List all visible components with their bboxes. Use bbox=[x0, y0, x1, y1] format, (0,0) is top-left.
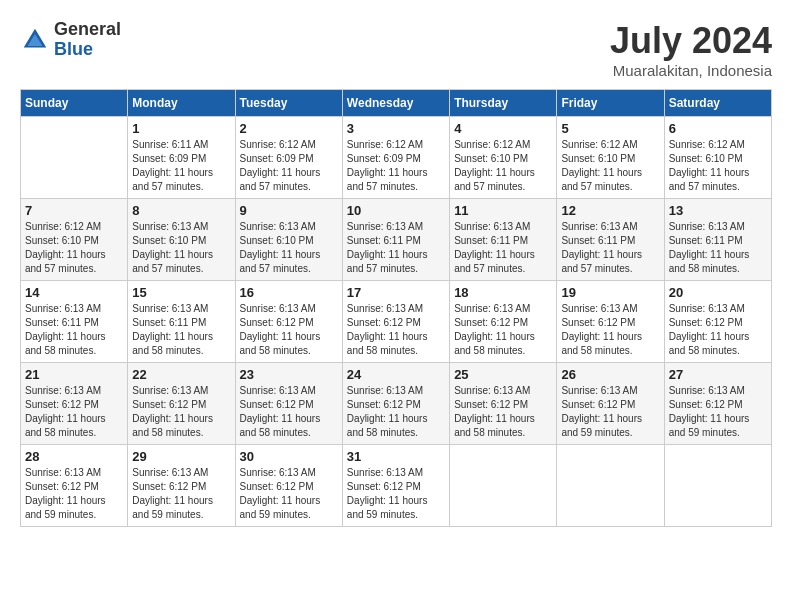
calendar-cell: 19Sunrise: 6:13 AM Sunset: 6:12 PM Dayli… bbox=[557, 281, 664, 363]
day-number: 5 bbox=[561, 121, 659, 136]
calendar-week-0: 1Sunrise: 6:11 AM Sunset: 6:09 PM Daylig… bbox=[21, 117, 772, 199]
calendar-cell: 17Sunrise: 6:13 AM Sunset: 6:12 PM Dayli… bbox=[342, 281, 449, 363]
calendar-cell: 4Sunrise: 6:12 AM Sunset: 6:10 PM Daylig… bbox=[450, 117, 557, 199]
logo-icon bbox=[20, 25, 50, 55]
day-number: 2 bbox=[240, 121, 338, 136]
day-number: 1 bbox=[132, 121, 230, 136]
location-subtitle: Muaralakitan, Indonesia bbox=[610, 62, 772, 79]
day-info: Sunrise: 6:13 AM Sunset: 6:12 PM Dayligh… bbox=[132, 466, 230, 522]
day-number: 22 bbox=[132, 367, 230, 382]
calendar-week-1: 7Sunrise: 6:12 AM Sunset: 6:10 PM Daylig… bbox=[21, 199, 772, 281]
day-header-tuesday: Tuesday bbox=[235, 90, 342, 117]
day-info: Sunrise: 6:11 AM Sunset: 6:09 PM Dayligh… bbox=[132, 138, 230, 194]
day-info: Sunrise: 6:13 AM Sunset: 6:12 PM Dayligh… bbox=[240, 466, 338, 522]
day-info: Sunrise: 6:12 AM Sunset: 6:10 PM Dayligh… bbox=[25, 220, 123, 276]
day-header-thursday: Thursday bbox=[450, 90, 557, 117]
day-number: 17 bbox=[347, 285, 445, 300]
month-year-title: July 2024 bbox=[610, 20, 772, 62]
calendar-cell: 28Sunrise: 6:13 AM Sunset: 6:12 PM Dayli… bbox=[21, 445, 128, 527]
day-number: 24 bbox=[347, 367, 445, 382]
day-number: 11 bbox=[454, 203, 552, 218]
calendar-cell: 9Sunrise: 6:13 AM Sunset: 6:10 PM Daylig… bbox=[235, 199, 342, 281]
day-number: 29 bbox=[132, 449, 230, 464]
calendar-week-3: 21Sunrise: 6:13 AM Sunset: 6:12 PM Dayli… bbox=[21, 363, 772, 445]
calendar-cell: 15Sunrise: 6:13 AM Sunset: 6:11 PM Dayli… bbox=[128, 281, 235, 363]
calendar-cell: 11Sunrise: 6:13 AM Sunset: 6:11 PM Dayli… bbox=[450, 199, 557, 281]
header-row: SundayMondayTuesdayWednesdayThursdayFrid… bbox=[21, 90, 772, 117]
day-info: Sunrise: 6:13 AM Sunset: 6:12 PM Dayligh… bbox=[347, 384, 445, 440]
logo-general-text: General bbox=[54, 20, 121, 40]
calendar-cell: 3Sunrise: 6:12 AM Sunset: 6:09 PM Daylig… bbox=[342, 117, 449, 199]
calendar-cell: 22Sunrise: 6:13 AM Sunset: 6:12 PM Dayli… bbox=[128, 363, 235, 445]
day-info: Sunrise: 6:13 AM Sunset: 6:12 PM Dayligh… bbox=[561, 384, 659, 440]
day-info: Sunrise: 6:12 AM Sunset: 6:10 PM Dayligh… bbox=[561, 138, 659, 194]
calendar-cell: 6Sunrise: 6:12 AM Sunset: 6:10 PM Daylig… bbox=[664, 117, 771, 199]
day-info: Sunrise: 6:13 AM Sunset: 6:12 PM Dayligh… bbox=[454, 302, 552, 358]
day-info: Sunrise: 6:13 AM Sunset: 6:11 PM Dayligh… bbox=[25, 302, 123, 358]
calendar-cell: 2Sunrise: 6:12 AM Sunset: 6:09 PM Daylig… bbox=[235, 117, 342, 199]
day-number: 13 bbox=[669, 203, 767, 218]
day-number: 28 bbox=[25, 449, 123, 464]
day-number: 9 bbox=[240, 203, 338, 218]
day-info: Sunrise: 6:13 AM Sunset: 6:12 PM Dayligh… bbox=[240, 302, 338, 358]
calendar-cell: 16Sunrise: 6:13 AM Sunset: 6:12 PM Dayli… bbox=[235, 281, 342, 363]
day-info: Sunrise: 6:12 AM Sunset: 6:10 PM Dayligh… bbox=[454, 138, 552, 194]
day-info: Sunrise: 6:13 AM Sunset: 6:11 PM Dayligh… bbox=[132, 302, 230, 358]
calendar-cell: 13Sunrise: 6:13 AM Sunset: 6:11 PM Dayli… bbox=[664, 199, 771, 281]
day-info: Sunrise: 6:12 AM Sunset: 6:09 PM Dayligh… bbox=[240, 138, 338, 194]
day-header-sunday: Sunday bbox=[21, 90, 128, 117]
calendar-cell: 25Sunrise: 6:13 AM Sunset: 6:12 PM Dayli… bbox=[450, 363, 557, 445]
day-info: Sunrise: 6:12 AM Sunset: 6:09 PM Dayligh… bbox=[347, 138, 445, 194]
calendar-table: SundayMondayTuesdayWednesdayThursdayFrid… bbox=[20, 89, 772, 527]
day-header-friday: Friday bbox=[557, 90, 664, 117]
calendar-cell: 26Sunrise: 6:13 AM Sunset: 6:12 PM Dayli… bbox=[557, 363, 664, 445]
calendar-cell: 29Sunrise: 6:13 AM Sunset: 6:12 PM Dayli… bbox=[128, 445, 235, 527]
day-info: Sunrise: 6:13 AM Sunset: 6:12 PM Dayligh… bbox=[454, 384, 552, 440]
day-number: 23 bbox=[240, 367, 338, 382]
calendar-cell: 31Sunrise: 6:13 AM Sunset: 6:12 PM Dayli… bbox=[342, 445, 449, 527]
day-info: Sunrise: 6:13 AM Sunset: 6:12 PM Dayligh… bbox=[561, 302, 659, 358]
day-number: 16 bbox=[240, 285, 338, 300]
day-number: 10 bbox=[347, 203, 445, 218]
day-info: Sunrise: 6:13 AM Sunset: 6:11 PM Dayligh… bbox=[347, 220, 445, 276]
day-number: 30 bbox=[240, 449, 338, 464]
calendar-cell: 18Sunrise: 6:13 AM Sunset: 6:12 PM Dayli… bbox=[450, 281, 557, 363]
calendar-week-2: 14Sunrise: 6:13 AM Sunset: 6:11 PM Dayli… bbox=[21, 281, 772, 363]
day-header-monday: Monday bbox=[128, 90, 235, 117]
day-number: 8 bbox=[132, 203, 230, 218]
day-info: Sunrise: 6:13 AM Sunset: 6:10 PM Dayligh… bbox=[240, 220, 338, 276]
logo-blue-text: Blue bbox=[54, 40, 121, 60]
day-info: Sunrise: 6:13 AM Sunset: 6:12 PM Dayligh… bbox=[347, 466, 445, 522]
day-number: 19 bbox=[561, 285, 659, 300]
calendar-header: SundayMondayTuesdayWednesdayThursdayFrid… bbox=[21, 90, 772, 117]
day-number: 12 bbox=[561, 203, 659, 218]
day-number: 14 bbox=[25, 285, 123, 300]
day-number: 6 bbox=[669, 121, 767, 136]
day-number: 15 bbox=[132, 285, 230, 300]
day-info: Sunrise: 6:13 AM Sunset: 6:12 PM Dayligh… bbox=[240, 384, 338, 440]
calendar-cell: 20Sunrise: 6:13 AM Sunset: 6:12 PM Dayli… bbox=[664, 281, 771, 363]
day-info: Sunrise: 6:13 AM Sunset: 6:12 PM Dayligh… bbox=[132, 384, 230, 440]
day-number: 25 bbox=[454, 367, 552, 382]
day-info: Sunrise: 6:12 AM Sunset: 6:10 PM Dayligh… bbox=[669, 138, 767, 194]
calendar-cell: 7Sunrise: 6:12 AM Sunset: 6:10 PM Daylig… bbox=[21, 199, 128, 281]
calendar-cell: 24Sunrise: 6:13 AM Sunset: 6:12 PM Dayli… bbox=[342, 363, 449, 445]
day-info: Sunrise: 6:13 AM Sunset: 6:11 PM Dayligh… bbox=[669, 220, 767, 276]
day-info: Sunrise: 6:13 AM Sunset: 6:10 PM Dayligh… bbox=[132, 220, 230, 276]
calendar-cell: 8Sunrise: 6:13 AM Sunset: 6:10 PM Daylig… bbox=[128, 199, 235, 281]
day-number: 7 bbox=[25, 203, 123, 218]
calendar-cell bbox=[21, 117, 128, 199]
calendar-cell: 1Sunrise: 6:11 AM Sunset: 6:09 PM Daylig… bbox=[128, 117, 235, 199]
day-number: 3 bbox=[347, 121, 445, 136]
day-number: 26 bbox=[561, 367, 659, 382]
calendar-cell bbox=[557, 445, 664, 527]
day-info: Sunrise: 6:13 AM Sunset: 6:11 PM Dayligh… bbox=[454, 220, 552, 276]
day-number: 18 bbox=[454, 285, 552, 300]
calendar-cell: 30Sunrise: 6:13 AM Sunset: 6:12 PM Dayli… bbox=[235, 445, 342, 527]
day-number: 20 bbox=[669, 285, 767, 300]
calendar-cell: 14Sunrise: 6:13 AM Sunset: 6:11 PM Dayli… bbox=[21, 281, 128, 363]
calendar-cell: 27Sunrise: 6:13 AM Sunset: 6:12 PM Dayli… bbox=[664, 363, 771, 445]
calendar-body: 1Sunrise: 6:11 AM Sunset: 6:09 PM Daylig… bbox=[21, 117, 772, 527]
day-number: 21 bbox=[25, 367, 123, 382]
day-info: Sunrise: 6:13 AM Sunset: 6:12 PM Dayligh… bbox=[347, 302, 445, 358]
